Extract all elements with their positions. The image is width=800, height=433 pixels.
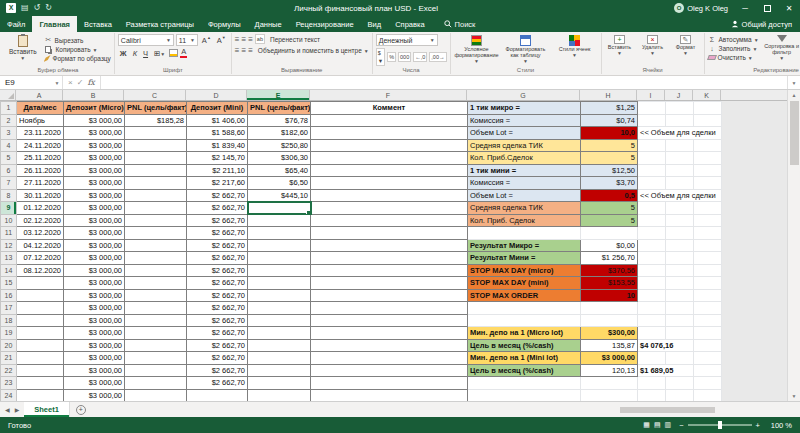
currency-format-button[interactable]: $ ▼	[376, 48, 385, 66]
underline-button[interactable]: Ч	[141, 49, 150, 58]
cell-G16[interactable]: STOP MAX ORDER	[468, 289, 581, 302]
cell-H14[interactable]: $370,56	[581, 264, 638, 277]
column-header-C[interactable]: C	[124, 90, 186, 100]
cell-B7[interactable]: $3 000,00	[64, 177, 125, 190]
search-box[interactable]: Поиск	[444, 20, 476, 29]
cell-H5[interactable]: 5	[581, 152, 638, 165]
vertical-scrollbar[interactable]: ▲ ▼	[787, 90, 800, 401]
row-header-2[interactable]: 2	[1, 114, 17, 127]
cell-K11[interactable]	[694, 227, 722, 240]
row-header-10[interactable]: 10	[1, 214, 17, 227]
format-as-table-button[interactable]: Форматировать как таблицу▼	[503, 34, 549, 64]
row-header-17[interactable]: 17	[1, 302, 17, 315]
cell-I9[interactable]	[638, 202, 666, 215]
next-sheet-icon[interactable]: ▶	[15, 406, 20, 413]
shrink-font-button[interactable]: А▼	[215, 35, 228, 45]
cell-styles-button[interactable]: Стили ячеек▼	[552, 34, 598, 58]
cell-H6[interactable]: $12,50	[581, 164, 638, 177]
ribbon-tab-Формулы[interactable]: Формулы	[201, 16, 248, 32]
cell-A11[interactable]: 03.12.2020	[17, 227, 64, 240]
name-box-dropdown[interactable]: ▼	[52, 76, 63, 89]
horizontal-scroll-thumb[interactable]	[620, 407, 715, 413]
cell-B8[interactable]: $3 000,00	[64, 189, 125, 202]
cell-G6[interactable]: 1 тик мини =	[468, 164, 581, 177]
cell-J14[interactable]	[666, 264, 694, 277]
cell-G15[interactable]: STOP MAX DAY (mini)	[468, 277, 581, 290]
cell-D18[interactable]: $2 662,70	[187, 314, 248, 327]
cell-G19[interactable]: Мин. депо на 1 (Micro lot)	[468, 327, 581, 340]
cell-J24[interactable]	[666, 389, 694, 401]
cell-K22[interactable]	[694, 364, 722, 377]
cell-A9[interactable]: 01.12.2020	[17, 202, 64, 215]
increase-decimal-button[interactable]: ←,0	[413, 52, 427, 62]
format-painter-button[interactable]: Формат по образцу	[44, 55, 111, 62]
column-header-J[interactable]: J	[665, 90, 693, 100]
cell-H20[interactable]: 135,87	[581, 339, 638, 352]
zoom-thumb[interactable]	[718, 421, 722, 429]
align-right-icon[interactable]: ≡	[248, 46, 253, 55]
insert-function-icon[interactable]: fx	[87, 78, 94, 87]
cell-B14[interactable]: $3 000,00	[64, 264, 125, 277]
row-header-16[interactable]: 16	[1, 289, 17, 302]
ribbon-tab-Вид[interactable]: Вид	[361, 16, 389, 32]
cell-K5[interactable]	[694, 152, 722, 165]
cell-F7[interactable]	[311, 177, 468, 190]
cell-H19[interactable]: $300,00	[581, 327, 638, 340]
fill-color-button[interactable]	[169, 49, 178, 57]
cell-F13[interactable]	[311, 252, 468, 265]
cell-A20[interactable]	[17, 339, 64, 352]
cell-D16[interactable]: $2 662,70	[187, 289, 248, 302]
cell-K16[interactable]	[694, 289, 722, 302]
row-header-20[interactable]: 20	[1, 339, 17, 352]
cell-C18[interactable]	[125, 314, 187, 327]
cell-B1[interactable]: Депозит (Micro)	[64, 102, 125, 115]
cell-H13[interactable]: $1 256,70	[581, 252, 638, 265]
cell-A10[interactable]: 02.12.2020	[17, 214, 64, 227]
cell-G4[interactable]: Средняя сделка ТИК	[468, 139, 581, 152]
cell-B5[interactable]: $3 000,00	[64, 152, 125, 165]
cell-J15[interactable]	[666, 277, 694, 290]
cell-G22[interactable]: Цель в месяц (%/cash)	[468, 364, 581, 377]
row-header-6[interactable]: 6	[1, 164, 17, 177]
cell-I22[interactable]: $1 689,05	[638, 364, 694, 377]
cell-K15[interactable]	[694, 277, 722, 290]
align-center-icon[interactable]: ≡	[242, 46, 247, 55]
column-header-I[interactable]: I	[637, 90, 665, 100]
cell-D15[interactable]: $2 662,70	[187, 277, 248, 290]
cell-H1[interactable]: $1,25	[581, 102, 638, 115]
column-header-F[interactable]: F	[310, 90, 467, 100]
cell-H16[interactable]: 10	[581, 289, 638, 302]
cell-G21[interactable]: Мин. депо на 1 (Mini lot)	[468, 352, 581, 365]
row-header-18[interactable]: 18	[1, 314, 17, 327]
cell-D21[interactable]: $2 662,70	[187, 352, 248, 365]
ribbon-tab-Рецензирование[interactable]: Рецензирование	[289, 16, 361, 32]
cell-D14[interactable]: $2 662,70	[187, 264, 248, 277]
cell-C12[interactable]	[125, 239, 187, 252]
row-header-21[interactable]: 21	[1, 352, 17, 365]
cell-F5[interactable]	[311, 152, 468, 165]
column-header-A[interactable]: A	[16, 90, 63, 100]
cell-K14[interactable]	[694, 264, 722, 277]
cell-H12[interactable]: $0,00	[581, 239, 638, 252]
merge-center-button[interactable]: Объединить и поместить в центре▼	[258, 47, 369, 54]
cell-E1[interactable]: PNL (цель/факт)	[248, 102, 311, 115]
cell-A16[interactable]	[17, 289, 64, 302]
cell-I24[interactable]	[638, 389, 666, 401]
cell-F14[interactable]	[311, 264, 468, 277]
cell-I13[interactable]	[638, 252, 666, 265]
select-all-corner[interactable]	[0, 90, 16, 100]
cell-F6[interactable]	[311, 164, 468, 177]
comma-format-button[interactable]: 000	[398, 52, 411, 62]
cell-G5[interactable]: Кол. Приб.Сделок	[468, 152, 581, 165]
row-header-15[interactable]: 15	[1, 277, 17, 290]
cell-D13[interactable]: $2 662,70	[187, 252, 248, 265]
cell-F19[interactable]	[311, 327, 468, 340]
cell-F21[interactable]	[311, 352, 468, 365]
cell-B4[interactable]: $3 000,00	[64, 139, 125, 152]
cell-K20[interactable]	[694, 339, 722, 352]
cell-A5[interactable]: 25.11.2020	[17, 152, 64, 165]
cell-C14[interactable]	[125, 264, 187, 277]
cut-button[interactable]: ✂Вырезать	[44, 36, 111, 44]
ribbon-tab-Данные[interactable]: Данные	[248, 16, 289, 32]
cell-H9[interactable]: 5	[581, 202, 638, 215]
